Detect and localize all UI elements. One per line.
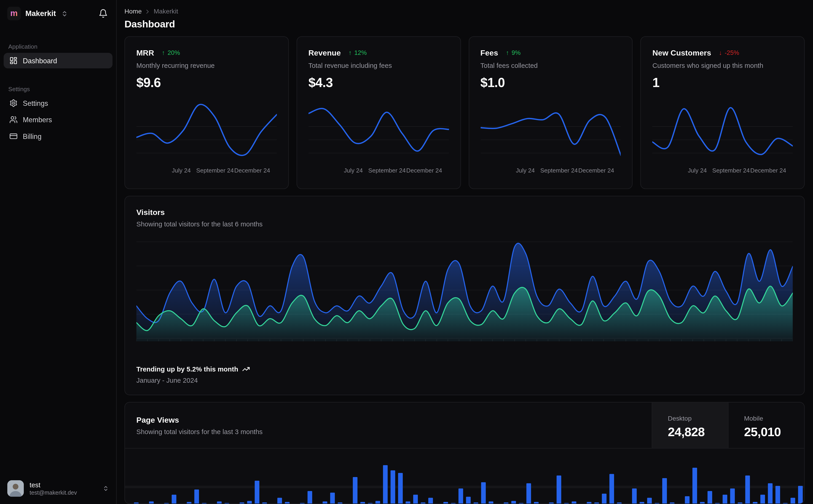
stat-title: MRR xyxy=(136,48,154,57)
stat-card-mrr: MRR ↑20% Monthly recurring revenue $9.6 … xyxy=(124,36,289,189)
stat-title: Fees xyxy=(480,48,498,57)
user-avatar xyxy=(7,480,24,497)
x-tick: July 24 xyxy=(344,167,363,173)
tab-label: Mobile xyxy=(744,415,804,422)
nav-settings: Settings Members Billing xyxy=(0,92,116,145)
page-views-tabs: Desktop 24,828 Mobile 25,010 xyxy=(652,403,804,448)
workspace-selector[interactable]: m Makerkit xyxy=(0,0,116,24)
stat-value: $9.6 xyxy=(136,75,277,90)
tab-value: 25,010 xyxy=(744,425,804,439)
revenue-line-chart xyxy=(308,100,449,163)
notifications-bell-icon[interactable] xyxy=(98,9,108,18)
x-tick: September 24 xyxy=(368,167,406,173)
stat-value: 1 xyxy=(653,75,793,90)
sidebar-item-label: Members xyxy=(23,116,52,124)
brand-logo: m xyxy=(7,7,21,20)
chevron-right-icon xyxy=(144,8,151,15)
trend-value: 9% xyxy=(511,49,520,56)
breadcrumb: Home Makerkit xyxy=(124,8,805,15)
x-tick: December 24 xyxy=(578,167,614,173)
stat-subtitle: Total fees collected xyxy=(480,62,621,69)
visitors-subtitle: Showing total visitors for the last 6 mo… xyxy=(136,220,793,228)
trending-up-icon xyxy=(243,365,250,373)
tab-mobile[interactable]: Mobile 25,010 xyxy=(728,403,804,448)
sidebar-item-billing[interactable]: Billing xyxy=(4,128,112,144)
main-content: Home Makerkit Dashboard MRR ↑20% Monthly… xyxy=(117,0,813,504)
visitors-area-chart xyxy=(136,239,793,341)
x-tick: September 24 xyxy=(540,167,578,173)
trend-value: 12% xyxy=(354,49,367,56)
trend-down-arrow-icon: ↓ xyxy=(719,49,722,56)
sidebar-item-members[interactable]: Members xyxy=(4,112,112,127)
x-tick: September 24 xyxy=(196,167,234,173)
nav-section-settings: Settings xyxy=(0,86,116,92)
page-views-card: Page Views Showing total visitors for th… xyxy=(124,402,805,504)
sidebar-item-settings[interactable]: Settings xyxy=(4,95,112,111)
tab-desktop[interactable]: Desktop 24,828 xyxy=(652,403,728,448)
x-tick: December 24 xyxy=(234,167,270,173)
settings-gear-icon xyxy=(9,99,18,107)
page-views-bar-chart xyxy=(125,448,804,504)
nav-section-application: Application xyxy=(0,43,116,50)
page-title: Dashboard xyxy=(124,19,805,30)
sidebar-item-label: Dashboard xyxy=(23,57,57,64)
sidebar-item-label: Billing xyxy=(23,132,42,140)
stat-title: Revenue xyxy=(308,48,341,57)
sidebar: m Makerkit Application Dashboard Setting… xyxy=(0,0,117,504)
user-menu-chevrons-icon[interactable] xyxy=(103,485,109,491)
page-views-header: Page Views Showing total visitors for th… xyxy=(125,403,804,449)
trend-up-arrow-icon: ↑ xyxy=(506,49,509,56)
trend-badge: ↑12% xyxy=(349,49,367,56)
tab-label: Desktop xyxy=(668,415,728,422)
stat-value: $1.0 xyxy=(480,75,621,90)
stat-card-revenue: Revenue ↑12% Total revenue including fee… xyxy=(296,36,461,189)
trend-badge: ↑9% xyxy=(506,49,520,56)
brand-name: Makerkit xyxy=(25,9,56,18)
trend-badge: ↓-25% xyxy=(719,49,739,56)
x-tick: December 24 xyxy=(750,167,786,173)
fees-line-chart xyxy=(480,100,621,163)
x-axis-ticks: July 24 September 24 December 24 xyxy=(308,167,449,175)
stat-subtitle: Monthly recurring revenue xyxy=(136,62,277,69)
dashboard-icon xyxy=(9,56,18,65)
stat-title: New Customers xyxy=(653,48,711,57)
trend-value: -25% xyxy=(725,49,739,56)
stat-value: $4.3 xyxy=(308,75,449,90)
sidebar-item-dashboard[interactable]: Dashboard xyxy=(4,53,112,68)
page-views-subtitle: Showing total visitors for the last 3 mo… xyxy=(136,428,640,436)
x-axis-ticks: July 24 September 24 December 24 xyxy=(480,167,621,175)
brand-logo-letter: m xyxy=(10,9,18,18)
visitors-card: Visitors Showing total visitors for the … xyxy=(124,196,805,395)
sidebar-item-label: Settings xyxy=(23,99,48,107)
x-tick: September 24 xyxy=(712,167,750,173)
x-tick: July 24 xyxy=(688,167,707,173)
breadcrumb-current: Makerkit xyxy=(154,8,178,15)
dashboard-app: m Makerkit Application Dashboard Setting… xyxy=(0,0,813,504)
x-axis-ticks: July 24 September 24 December 24 xyxy=(136,167,277,175)
mrr-line-chart xyxy=(136,100,277,163)
user-menu[interactable]: test test@makerkit.dev xyxy=(0,474,116,504)
stat-card-fees: Fees ↑9% Total fees collected $1.0 July … xyxy=(468,36,633,189)
trend-up-arrow-icon: ↑ xyxy=(162,49,165,56)
visitors-period: January - June 2024 xyxy=(136,377,793,384)
x-tick: July 24 xyxy=(172,167,191,173)
x-axis-ticks: July 24 September 24 December 24 xyxy=(653,167,793,175)
breadcrumb-home-link[interactable]: Home xyxy=(124,8,142,15)
x-tick: December 24 xyxy=(406,167,442,173)
members-users-icon xyxy=(9,116,18,124)
stat-subtitle: Customers who signed up this month xyxy=(653,62,793,69)
x-tick: July 24 xyxy=(516,167,535,173)
chevrons-up-down-icon[interactable] xyxy=(61,10,68,17)
tab-value: 24,828 xyxy=(668,425,728,439)
page-views-title: Page Views xyxy=(136,415,640,424)
stat-card-new-customers: New Customers ↓-25% Customers who signed… xyxy=(641,36,805,189)
visitors-title: Visitors xyxy=(136,208,793,217)
trend-badge: ↑20% xyxy=(162,49,180,56)
nav-application: Dashboard xyxy=(0,50,116,69)
user-email: test@makerkit.dev xyxy=(29,490,77,496)
visitors-trending-text: Trending up by 5.2% this month xyxy=(136,365,238,373)
user-name: test xyxy=(29,481,77,490)
trend-up-arrow-icon: ↑ xyxy=(349,49,352,56)
stat-subtitle: Total revenue including fees xyxy=(308,62,449,69)
stat-cards-row: MRR ↑20% Monthly recurring revenue $9.6 … xyxy=(124,36,805,189)
